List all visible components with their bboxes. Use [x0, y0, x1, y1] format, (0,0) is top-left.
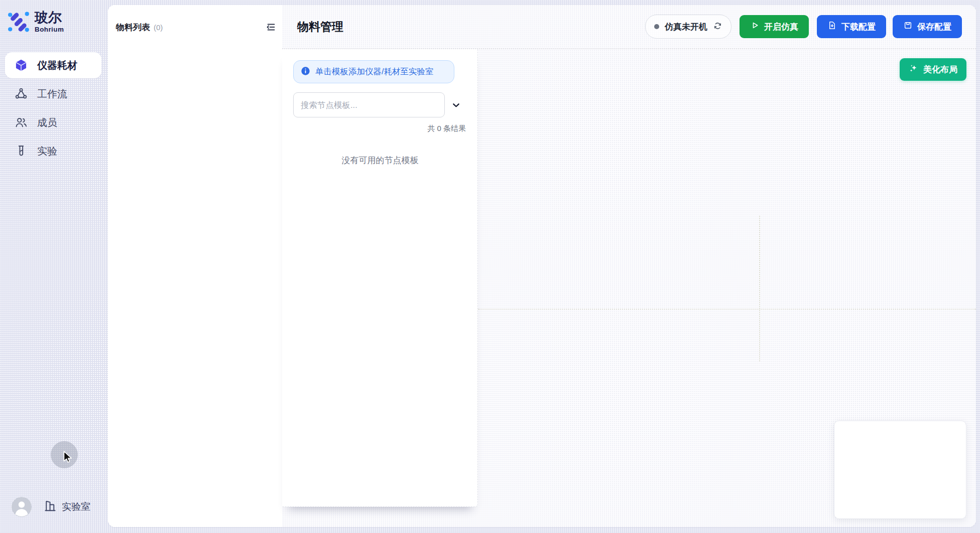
app-window: 玻尔 Bohrium 仪器耗材	[0, 0, 980, 533]
simulation-status-pill[interactable]: 仿真未开机	[645, 15, 731, 39]
sidebar-footer: 实验室	[0, 497, 108, 517]
workflow-icon	[15, 87, 28, 100]
hint-text: 单击模板添加仪器/耗材至实验室	[315, 66, 434, 77]
download-config-button[interactable]: 下载配置	[817, 15, 886, 38]
canvas-area: 单击模板添加仪器/耗材至实验室 共 0 条结果 没有可用的节点模板	[282, 49, 976, 527]
main-card: 物料列表(0) 物料管理 仿真未开机	[108, 5, 976, 527]
sidebar-item-instruments[interactable]: 仪器耗材	[5, 52, 101, 78]
template-panel: 单击模板添加仪器/耗材至实验室 共 0 条结果 没有可用的节点模板	[282, 49, 478, 507]
experiment-icon	[15, 145, 28, 158]
sidebar-item-label: 实验	[37, 145, 57, 158]
lab-label: 实验室	[62, 500, 90, 513]
building-icon	[44, 499, 57, 515]
user-avatar[interactable]	[12, 497, 32, 517]
region-header: 物料管理 仿真未开机	[282, 5, 976, 49]
empty-message: 没有可用的节点模板	[293, 155, 467, 166]
sidebar-item-members[interactable]: 成员	[5, 109, 101, 136]
members-icon	[15, 116, 28, 129]
sidebar-item-lab[interactable]: 实验室	[44, 499, 90, 515]
file-download-icon	[827, 21, 837, 33]
sidebar-item-workflow[interactable]: 工作流	[5, 81, 101, 107]
cube-icon	[15, 59, 28, 72]
brand-name-cn: 玻尔	[35, 10, 64, 26]
sidebar-item-label: 成员	[37, 116, 57, 129]
canvas-guide-vertical	[759, 216, 760, 361]
results-count: 共 0 条结果	[293, 124, 467, 134]
start-simulation-button[interactable]: 开启仿真	[740, 15, 809, 38]
simulation-status-label: 仿真未开机	[665, 21, 707, 33]
bohrium-logo-icon	[7, 10, 30, 33]
collapse-panel-icon[interactable]	[265, 21, 278, 34]
materials-count: (0)	[154, 23, 163, 32]
page-title: 物料管理	[297, 19, 343, 35]
sidebar-item-label: 仪器耗材	[37, 59, 77, 72]
beautify-layout-button[interactable]: 美化布局	[900, 58, 966, 81]
sparkles-icon	[909, 63, 919, 76]
minimap-panel	[834, 421, 966, 519]
brand-logo: 玻尔 Bohrium	[0, 0, 108, 33]
chevron-down-icon[interactable]	[445, 94, 467, 116]
info-icon	[301, 66, 310, 78]
hint-banner: 单击模板添加仪器/耗材至实验室	[293, 60, 454, 83]
save-config-button[interactable]: 保存配置	[893, 15, 962, 38]
sidebar-item-experiment[interactable]: 实验	[5, 138, 101, 164]
sidebar: 玻尔 Bohrium 仪器耗材	[0, 0, 108, 533]
canvas-guide-horizontal	[478, 309, 976, 310]
brand-name-en: Bohrium	[35, 26, 64, 33]
main-region: 物料管理 仿真未开机	[282, 5, 976, 527]
search-input[interactable]	[293, 92, 445, 117]
play-icon	[750, 21, 760, 33]
materials-panel-title: 物料列表(0)	[116, 22, 163, 33]
mouse-cursor	[61, 450, 75, 464]
sidebar-item-label: 工作流	[37, 87, 67, 101]
materials-panel: 物料列表(0)	[108, 5, 283, 527]
status-dot-icon	[654, 24, 659, 29]
save-icon	[903, 21, 913, 33]
sidebar-nav: 仪器耗材 工作流	[0, 52, 108, 164]
refresh-icon[interactable]	[713, 21, 722, 33]
